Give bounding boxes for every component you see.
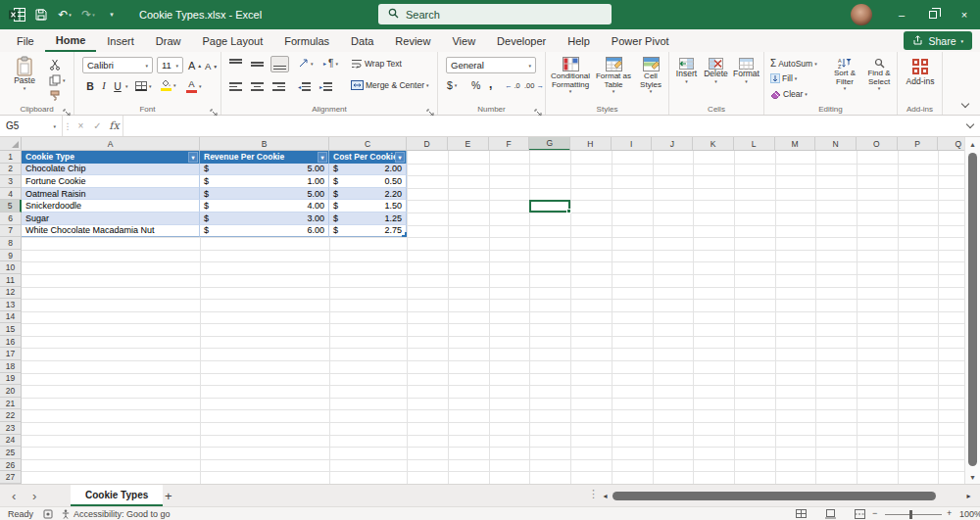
row-header-12[interactable]: 12 (0, 287, 22, 300)
filter-icon[interactable]: ▾ (318, 152, 327, 163)
decrease-decimal-button[interactable]: .00→ (524, 81, 544, 90)
scroll-down-icon[interactable]: ▼ (965, 470, 980, 484)
zoom-out-button[interactable]: − (872, 508, 877, 518)
filter-icon[interactable]: ▾ (188, 152, 198, 163)
row-header-1[interactable]: 1 (0, 151, 22, 164)
column-header-d[interactable]: D (407, 137, 448, 151)
font-color-button[interactable]: A▾ (186, 78, 202, 93)
table-cell[interactable]: $2.20 (329, 188, 407, 201)
minimize-button[interactable]: – (886, 0, 917, 29)
top-align-button[interactable] (229, 59, 242, 70)
excel-app-icon[interactable] (6, 0, 29, 29)
filter-icon[interactable]: ▾ (395, 152, 405, 163)
align-left-button[interactable] (229, 81, 242, 92)
column-header-p[interactable]: P (898, 137, 939, 151)
table-cell[interactable]: $4.00 (200, 200, 329, 213)
row-header-16[interactable]: 16 (0, 336, 22, 349)
page-layout-view-button[interactable] (825, 509, 836, 520)
text-direction-button[interactable]: ▸¶▾ (323, 58, 338, 69)
row-header-24[interactable]: 24 (0, 435, 22, 448)
ribbon-tab-draw[interactable]: Draw (145, 29, 192, 52)
row-header-9[interactable]: 9 (0, 250, 22, 262)
clipboard-dialog-launcher-icon[interactable] (63, 104, 72, 113)
decrease-font-size-button[interactable]: A▼ (205, 61, 218, 71)
normal-view-button[interactable] (796, 509, 807, 520)
fill-button[interactable]: Fill▾ (770, 73, 797, 83)
font-name-select[interactable]: Calibri▾ (82, 57, 153, 73)
fill-color-button[interactable]: ▾ (161, 79, 176, 91)
clear-button[interactable]: Clear▾ (770, 89, 808, 99)
row-header-17[interactable]: 17 (0, 348, 22, 360)
font-size-select[interactable]: 11▾ (157, 57, 183, 73)
accessibility-icon[interactable] (61, 509, 71, 520)
ribbon-tab-developer[interactable]: Developer (486, 29, 557, 52)
row-header-21[interactable]: 21 (0, 398, 22, 410)
zoom-in-button[interactable]: + (947, 508, 952, 518)
table-cell[interactable]: $5.00 (200, 164, 329, 176)
name-box-resizer[interactable]: ⋮ (63, 116, 73, 136)
conditional-formatting-button[interactable]: Conditional Formatting ▾ (548, 57, 593, 95)
row-header-20[interactable]: 20 (0, 385, 22, 398)
table-cell[interactable]: $2.75 (329, 225, 407, 238)
format-painter-button[interactable] (49, 90, 61, 102)
row-header-4[interactable]: 4 (0, 188, 22, 201)
avatar[interactable] (851, 4, 872, 25)
scroll-left-icon[interactable]: ◂ (600, 492, 611, 500)
expand-formula-bar-icon[interactable] (960, 116, 980, 136)
table-cell[interactable]: Snickerdoodle (22, 200, 200, 213)
name-box[interactable]: G5▾ (0, 116, 63, 136)
ribbon-tab-power-pivot[interactable]: Power Pivot (601, 29, 680, 52)
format-cells-button[interactable]: Format ▾ (731, 58, 761, 85)
selected-cell[interactable] (529, 200, 570, 213)
previous-sheet-icon[interactable]: ‹ (12, 485, 16, 506)
save-button[interactable] (29, 0, 53, 29)
macro-record-icon[interactable] (43, 509, 53, 520)
italic-button[interactable]: I (98, 80, 110, 91)
cancel-icon[interactable]: × (73, 116, 89, 136)
comma-style-button[interactable]: , (489, 77, 492, 91)
table-cell[interactable]: $0.50 (329, 175, 407, 188)
ribbon-tab-page-layout[interactable]: Page Layout (191, 29, 273, 52)
copy-button[interactable]: ▾ (49, 74, 66, 86)
row-header-11[interactable]: 11 (0, 274, 22, 287)
vertical-scroll-thumb[interactable] (968, 153, 977, 466)
cell-styles-button[interactable]: Cell Styles ▾ (634, 57, 667, 95)
table-cell[interactable]: Fortune Cookie (22, 175, 200, 188)
cut-button[interactable] (49, 59, 61, 71)
wrap-text-button[interactable]: Wrap Text (351, 59, 402, 69)
table-cell[interactable]: $3.00 (200, 213, 329, 225)
add-ins-button[interactable]: Add-ins (903, 59, 938, 87)
row-header-25[interactable]: 25 (0, 447, 22, 459)
font-dialog-launcher-icon[interactable] (210, 104, 219, 113)
table-cell[interactable]: $2.00 (329, 164, 407, 176)
column-header-n[interactable]: N (815, 137, 857, 151)
row-header-18[interactable]: 18 (0, 360, 22, 373)
row-header-14[interactable]: 14 (0, 311, 22, 324)
row-header-27[interactable]: 27 (0, 471, 22, 484)
column-header-c[interactable]: C (329, 137, 407, 151)
column-header-i[interactable]: I (612, 137, 653, 151)
enter-icon[interactable]: ✓ (89, 116, 106, 136)
horizontal-scroll-thumb[interactable] (612, 492, 936, 500)
page-break-view-button[interactable] (855, 509, 865, 520)
format-as-table-button[interactable]: Format as Table ▾ (593, 57, 634, 95)
accounting-format-button[interactable]: $▾ (447, 79, 457, 91)
sheet-grid[interactable]: Cookie Type▾Revenue Per Cookie▾Cost Per … (22, 151, 964, 484)
zoom-slider-thumb[interactable] (909, 510, 912, 519)
delete-cells-button[interactable]: Delete ▾ (702, 58, 730, 85)
formula-input[interactable] (122, 116, 960, 136)
increase-font-size-button[interactable]: A▲ (188, 60, 202, 71)
table-resize-handle[interactable] (402, 232, 407, 237)
row-header-22[interactable]: 22 (0, 409, 22, 422)
row-header-7[interactable]: 7 (0, 225, 22, 238)
autosum-button[interactable]: ΣAutoSum▾ (770, 58, 817, 69)
redo-button[interactable]: ↷▾ (76, 0, 100, 29)
column-header-e[interactable]: E (448, 137, 489, 151)
vertical-scrollbar[interactable]: ▲ ▼ (964, 137, 980, 484)
table-cell[interactable]: $1.50 (329, 200, 407, 213)
tab-scrollbar-divider[interactable]: ⋮ (588, 488, 599, 500)
table-cell[interactable]: $1.25 (329, 213, 407, 225)
row-header-8[interactable]: 8 (0, 237, 22, 250)
bold-button[interactable]: B (84, 80, 96, 92)
column-header-m[interactable]: M (775, 137, 816, 151)
